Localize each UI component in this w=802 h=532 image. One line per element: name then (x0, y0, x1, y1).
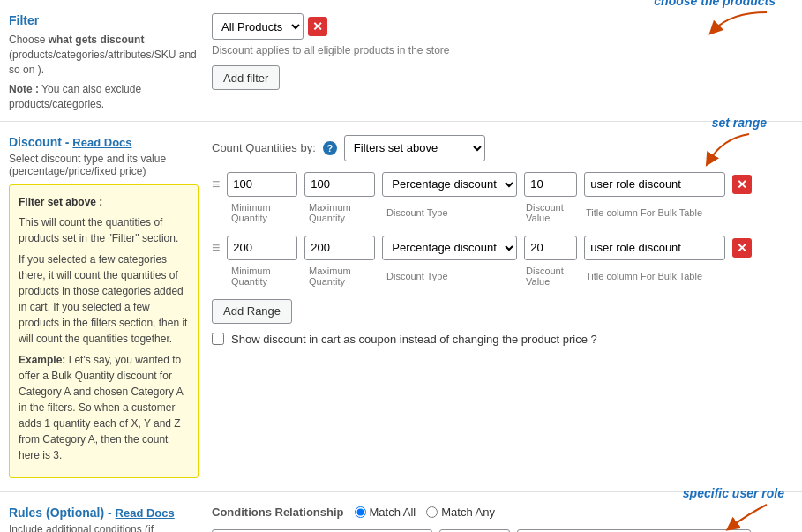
close-icon: ✕ (312, 19, 323, 34)
range-row-2: ≡ Percentage discount ✕ (212, 236, 793, 260)
label-value: Discount Value (526, 202, 579, 223)
label-min-2: Minimum Quantity (231, 266, 302, 287)
label-title-2: Title column For Bulk Table (586, 271, 727, 281)
match-all-radio[interactable] (355, 506, 366, 518)
example-text: Example: Let's say, you wanted to offer … (19, 352, 189, 463)
annotation-user-role-label: specific user role (683, 486, 784, 500)
match-any-text: Match Any (441, 506, 495, 519)
filter-desc: Choose what gets discount(products/categ… (9, 33, 199, 77)
drag-handle-1[interactable]: ≡ (212, 176, 220, 192)
all-products-select[interactable]: All Products (212, 13, 304, 40)
rules-left-panel: Rules (Optional) - Read Docs Include add… (9, 506, 212, 532)
filter-above-title: Filter set above : (19, 194, 189, 210)
coupon-checkbox[interactable] (212, 333, 224, 345)
label-max: Maximum Quantity (309, 202, 379, 223)
info-icon[interactable]: ? (323, 141, 337, 155)
discount-type-1[interactable]: Percentage discount (382, 172, 517, 197)
filter-right-panel: choose the products All Products ✕ Disco… (212, 13, 793, 112)
discount-read-docs-link[interactable]: Read Docs (72, 136, 131, 149)
close-icon-1: ✕ (737, 177, 747, 191)
add-filter-button[interactable]: Add filter (212, 65, 280, 90)
discount-value-1[interactable] (524, 172, 577, 197)
count-select[interactable]: Filters set above (344, 135, 485, 161)
annotation-user-role: specific user role (683, 486, 784, 531)
discount-right-panel: set range Count Quantities by: ? Filters… (212, 135, 793, 478)
annotation-choose-products: choose the products (654, 0, 776, 34)
title-col-2[interactable] (584, 236, 725, 260)
filter-left-panel: Filter Choose what gets discount(product… (9, 13, 212, 112)
filter-set-above-box: Filter set above : This will count the q… (9, 184, 199, 478)
discount-left-panel: Discount - Read Docs Select discount typ… (9, 135, 212, 478)
count-label: Count Quantities by: (212, 141, 316, 154)
rules-section: Rules (Optional) - Read Docs Include add… (0, 492, 802, 532)
annotation-set-range: set range (696, 116, 767, 165)
page-container: Filter Choose what gets discount(product… (0, 0, 802, 532)
label-title: Title column For Bulk Table (586, 207, 727, 218)
label-max-2: Maximum Quantity (309, 266, 379, 287)
drag-handle-2[interactable]: ≡ (212, 240, 220, 256)
add-range-button[interactable]: Add Range (212, 299, 292, 324)
rules-desc: Include additional conditions (if necess… (9, 523, 199, 532)
filter-note: Note : You can also exclude products/cat… (9, 82, 199, 112)
remove-range-1-button[interactable]: ✕ (732, 175, 752, 194)
max-qty-1[interactable] (304, 172, 375, 197)
rules-read-docs-link[interactable]: Read Docs (116, 506, 175, 520)
close-icon-2: ✕ (737, 241, 747, 255)
discount-value-2[interactable] (524, 236, 577, 260)
coupon-row: Show discount in cart as coupon instead … (212, 333, 793, 346)
range-row-1: ≡ Percentage discount ✕ (212, 172, 793, 197)
coupon-label: Show discount in cart as coupon instead … (231, 333, 597, 346)
rules-title: Rules (Optional) - Read Docs (9, 506, 199, 520)
conditions-relationship-label: Conditions Relationship (212, 506, 344, 519)
range-labels-2: Minimum Quantity Maximum Quantity Discou… (212, 266, 793, 287)
filter-section: Filter Choose what gets discount(product… (0, 0, 802, 122)
match-any-radio[interactable] (426, 506, 438, 518)
annotation-arrow-user-role (714, 500, 784, 531)
filter-note1: This will count the quantities of produc… (19, 214, 189, 246)
example-label: Example: (19, 354, 65, 366)
title-col-1[interactable] (584, 172, 725, 197)
min-qty-2[interactable] (227, 236, 297, 260)
applies-text: Discount applies to all eligible product… (212, 44, 793, 56)
annotation-arrow-choose (705, 8, 776, 34)
label-min: Minimum Quantity (231, 202, 302, 223)
discount-desc: Select discount type and its value(perce… (9, 153, 199, 177)
min-qty-1[interactable] (227, 172, 297, 197)
match-all-text: Match All (370, 506, 416, 519)
discount-type-2[interactable]: Percentage discount (382, 236, 517, 260)
remove-filter-button[interactable]: ✕ (308, 17, 327, 36)
match-any-label[interactable]: Match Any (426, 506, 495, 519)
discount-section: Discount - Read Docs Select discount typ… (0, 122, 802, 492)
label-value-2: Discount Value (526, 266, 579, 287)
filter-title: Filter (9, 13, 199, 27)
label-type: Discount Type (386, 207, 519, 218)
rules-right-panel: specific user role Conditions Relationsh… (212, 506, 793, 532)
remove-range-2-button[interactable]: ✕ (732, 238, 752, 258)
range-labels-1: Minimum Quantity Maximum Quantity Discou… (212, 202, 793, 223)
label-type-2: Discount Type (386, 271, 519, 281)
annotation-set-range-label: set range (712, 116, 767, 130)
annotation-arrow-set-range (696, 130, 767, 165)
match-all-label[interactable]: Match All (355, 506, 416, 519)
max-qty-2[interactable] (304, 236, 375, 260)
annotation-choose-label: choose the products (654, 0, 776, 8)
discount-title: Discount - Read Docs (9, 135, 199, 149)
filter-note2: If you selected a few categories there, … (19, 251, 189, 347)
